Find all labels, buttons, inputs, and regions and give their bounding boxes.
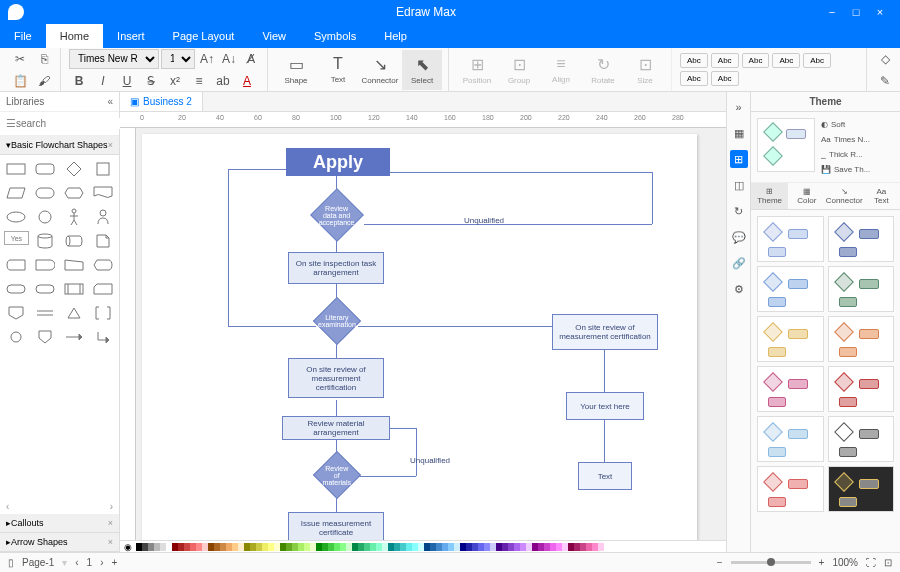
fit-page-icon[interactable]: ⛶: [866, 557, 876, 568]
color-swatch[interactable]: [598, 543, 604, 551]
shapes-next-icon[interactable]: ›: [110, 501, 113, 512]
settings-icon[interactable]: ⚙: [730, 280, 748, 298]
style-preset[interactable]: Abc: [711, 53, 739, 68]
shape-brackets[interactable]: [90, 303, 115, 323]
node-onsite-review[interactable]: On site review of measurement certificat…: [288, 358, 384, 398]
style-preset[interactable]: Abc: [742, 53, 770, 68]
opt-soft[interactable]: ◐Soft: [819, 118, 894, 131]
bullets-icon[interactable]: ≡: [189, 71, 209, 91]
node-issue-cert[interactable]: Issue measurement certificate: [288, 512, 384, 540]
shape-offpage[interactable]: [4, 303, 29, 323]
style-preset[interactable]: Abc: [680, 53, 708, 68]
document-tab[interactable]: ▣ Business 2: [120, 92, 203, 111]
shape-manual[interactable]: [62, 255, 87, 275]
node-text[interactable]: Text: [578, 462, 632, 490]
font-family-select[interactable]: Times New Roman: [69, 49, 159, 69]
fill-icon[interactable]: ◇: [875, 49, 895, 69]
close-button[interactable]: ×: [868, 6, 892, 18]
shape-note[interactable]: [90, 231, 115, 251]
theme-icon[interactable]: ⊞: [730, 150, 748, 168]
shape-connector[interactable]: [4, 327, 29, 347]
theme-preset[interactable]: [828, 216, 895, 262]
shape-lines[interactable]: [33, 303, 58, 323]
style-preset[interactable]: Abc: [680, 71, 708, 86]
libraries-collapse-icon[interactable]: «: [107, 96, 113, 107]
shape-shield[interactable]: [33, 327, 58, 347]
menu-file[interactable]: File: [0, 24, 46, 48]
clear-format-icon[interactable]: A̸: [241, 49, 261, 69]
menu-insert[interactable]: Insert: [103, 24, 159, 48]
page-add-icon[interactable]: +: [112, 557, 118, 568]
theme-preset[interactable]: [757, 366, 824, 412]
section-basic-flowchart[interactable]: ▾ Basic Flowchart Shapes×: [0, 136, 119, 155]
node-review-data[interactable]: Review data and acceptance: [310, 188, 364, 242]
shape-terminator[interactable]: [33, 183, 58, 203]
shape-cylinder2[interactable]: [62, 231, 87, 251]
shape-square[interactable]: [90, 159, 115, 179]
zoom-slider[interactable]: [731, 561, 811, 564]
shape-terminator3[interactable]: [33, 279, 58, 299]
minimize-button[interactable]: −: [820, 6, 844, 18]
shape-document[interactable]: [90, 183, 115, 203]
shape-delay[interactable]: [33, 255, 58, 275]
section-close-icon[interactable]: ×: [108, 140, 113, 150]
shape-rect[interactable]: [4, 159, 29, 179]
shape-circle[interactable]: [33, 207, 58, 227]
shape-double[interactable]: [62, 279, 87, 299]
strike-icon[interactable]: S̶: [141, 71, 161, 91]
italic-icon[interactable]: I: [93, 71, 113, 91]
theme-preset[interactable]: [757, 416, 824, 462]
shape-triangle[interactable]: [62, 303, 87, 323]
node-inspection-task[interactable]: On site inspection task arrangement: [288, 252, 384, 284]
theme-preset[interactable]: [757, 266, 824, 312]
node-apply[interactable]: Apply: [286, 148, 390, 176]
shape-tool[interactable]: ▭Shape: [276, 50, 316, 90]
shape-parallelogram[interactable]: [4, 183, 29, 203]
page-label[interactable]: Page-1: [22, 557, 54, 568]
node-your-text[interactable]: Your text here: [566, 392, 644, 420]
theme-preset[interactable]: [828, 416, 895, 462]
shape-person[interactable]: [90, 207, 115, 227]
zoom-in-icon[interactable]: +: [819, 557, 825, 568]
expand-icon[interactable]: »: [730, 98, 748, 116]
shape-cylinder[interactable]: [33, 231, 58, 251]
highlight-icon[interactable]: ab: [213, 71, 233, 91]
bold-icon[interactable]: B: [69, 71, 89, 91]
menu-home[interactable]: Home: [46, 24, 103, 48]
link-icon[interactable]: 🔗: [730, 254, 748, 272]
shape-display[interactable]: [90, 255, 115, 275]
shape-ellipse[interactable]: [4, 207, 29, 227]
theme-preset[interactable]: [828, 316, 895, 362]
comment-icon[interactable]: 💬: [730, 228, 748, 246]
cut-icon[interactable]: ✂: [10, 49, 30, 69]
tab-theme[interactable]: ⊞Theme: [751, 183, 788, 209]
menu-help[interactable]: Help: [370, 24, 421, 48]
connector-tool[interactable]: ↘Connector: [360, 50, 400, 90]
shape-rounded[interactable]: [33, 159, 58, 179]
shapes-prev-icon[interactable]: ‹: [6, 501, 9, 512]
shape-arrow-right[interactable]: [62, 327, 87, 347]
maximize-button[interactable]: □: [844, 6, 868, 18]
underline-icon[interactable]: U: [117, 71, 137, 91]
theme-preset[interactable]: [828, 366, 895, 412]
shape-card[interactable]: [90, 279, 115, 299]
style-preset[interactable]: Abc: [711, 71, 739, 86]
page-setup-icon[interactable]: ▦: [730, 124, 748, 142]
history-icon[interactable]: ↻: [730, 202, 748, 220]
tab-connector[interactable]: ↘Connector: [826, 183, 863, 209]
menu-symbols[interactable]: Symbols: [300, 24, 370, 48]
style-preset[interactable]: Abc: [803, 53, 831, 68]
font-color-icon[interactable]: A: [237, 71, 257, 91]
theme-preset[interactable]: [757, 316, 824, 362]
section-close-icon[interactable]: ×: [108, 518, 113, 528]
decrease-font-icon[interactable]: A↓: [219, 49, 239, 69]
select-tool[interactable]: ⬉Select: [402, 50, 442, 90]
opt-connector[interactable]: ⎯Thick R...: [819, 148, 894, 161]
opt-save-theme[interactable]: 💾Save Th...: [819, 163, 894, 176]
shape-terminator2[interactable]: [4, 279, 29, 299]
paste-icon[interactable]: 📋: [10, 71, 30, 91]
increase-font-icon[interactable]: A↑: [197, 49, 217, 69]
theme-preset[interactable]: [757, 216, 824, 262]
page-next-icon[interactable]: ›: [100, 557, 103, 568]
tab-text[interactable]: AaText: [863, 183, 900, 209]
